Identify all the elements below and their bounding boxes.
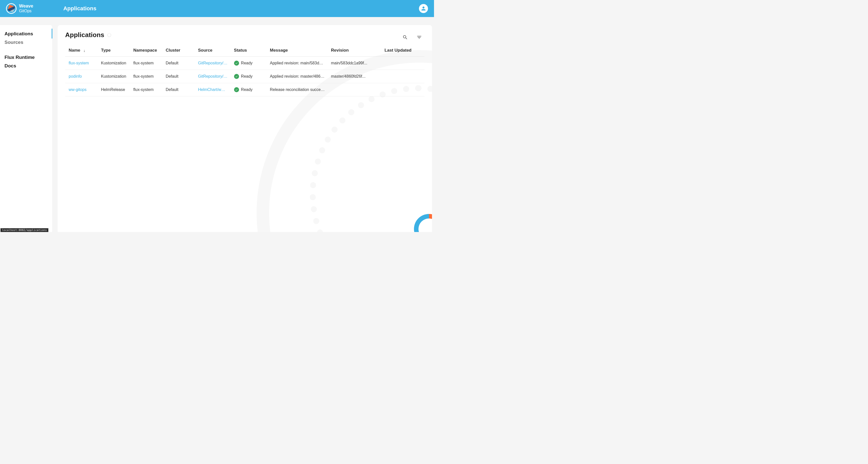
table-row[interactable]: ww-gitops HelmRelease flux-system Defaul… <box>65 83 425 96</box>
status-text: Ready <box>241 61 253 65</box>
status-text: Ready <box>241 87 253 92</box>
main-title-row: Applications <box>65 31 425 39</box>
col-header-label: Revision <box>331 48 349 53</box>
cell-last-updated <box>371 83 425 96</box>
sidebar-item-applications[interactable]: Applications <box>0 30 52 38</box>
cell-cluster: Default <box>162 83 194 96</box>
col-header-label: Name <box>69 48 80 53</box>
status-ready-icon <box>234 87 239 92</box>
cell-type: Kustomization <box>97 70 130 83</box>
table-row[interactable]: podinfo Kustomization flux-system Defaul… <box>65 70 425 83</box>
cell-source[interactable]: GitRepository/flu... <box>194 57 230 70</box>
cell-name[interactable]: ww-gitops <box>65 83 97 96</box>
search-icon <box>402 35 408 40</box>
col-header-label: Last Updated <box>385 48 412 53</box>
cell-message: Applied revision: master/4860f... <box>266 70 328 83</box>
cell-source[interactable]: GitRepository/p... <box>194 70 230 83</box>
main-content: Applications Name ↓ Type Namespace Clust… <box>58 25 432 232</box>
user-avatar-button[interactable] <box>419 4 428 13</box>
brand-logo-text: Weave GitOps <box>19 4 33 13</box>
check-icon <box>235 62 238 65</box>
sidebar-item-label: Docs <box>4 63 16 68</box>
user-icon <box>421 5 427 11</box>
filter-icon <box>416 35 422 40</box>
sidebar-item-sources[interactable]: Sources <box>0 38 52 47</box>
sidebar-section-main: Applications Sources Flux Runtime Docs <box>0 25 52 70</box>
sidebar-item-docs[interactable]: Docs <box>0 62 52 70</box>
browser-statusbar: localhost:8082/applications <box>0 228 49 232</box>
col-header-source[interactable]: Source <box>194 44 230 57</box>
col-header-last-updated[interactable]: Last Updated <box>371 44 425 57</box>
search-button[interactable] <box>402 35 408 41</box>
cell-name[interactable]: podinfo <box>65 70 97 83</box>
page-title: Applications <box>65 31 104 39</box>
sidebar-item-label: Flux Runtime <box>4 55 35 60</box>
table-toolbar <box>402 35 422 41</box>
cell-status: Ready <box>230 83 266 96</box>
sidebar: Applications Sources Flux Runtime Docs <box>0 25 52 232</box>
applications-table: Name ↓ Type Namespace Cluster Source Sta… <box>65 44 425 96</box>
cell-last-updated <box>371 70 425 83</box>
cell-source[interactable]: HelmChart/ww-... <box>194 83 230 96</box>
brand-name-line2: GitOps <box>19 9 33 13</box>
check-icon <box>235 75 238 78</box>
status-ready-icon <box>234 61 239 66</box>
brand-name-line1: Weave <box>19 4 33 9</box>
col-header-name[interactable]: Name ↓ <box>65 44 97 57</box>
cell-cluster: Default <box>162 57 194 70</box>
col-header-label: Namespace <box>133 48 157 53</box>
filter-button[interactable] <box>416 35 422 41</box>
table-body: flux-system Kustomization flux-system De… <box>65 57 425 96</box>
loading-spinner-icon <box>107 33 111 37</box>
col-header-label: Message <box>270 48 288 53</box>
cell-revision <box>328 83 371 96</box>
col-header-cluster[interactable]: Cluster <box>162 44 194 57</box>
sidebar-item-flux-runtime[interactable]: Flux Runtime <box>0 53 52 62</box>
cell-message: Release reconciliation succeed... <box>266 83 328 96</box>
col-header-revision[interactable]: Revision <box>328 44 371 57</box>
cell-namespace: flux-system <box>130 83 162 96</box>
cell-type: Kustomization <box>97 57 130 70</box>
app-header: Weave GitOps Applications <box>0 0 434 17</box>
check-icon <box>235 88 238 91</box>
page-title-header: Applications <box>63 5 96 12</box>
cell-revision: master/4860fd26f... <box>328 70 371 83</box>
sidebar-item-label: Sources <box>4 39 23 45</box>
cell-revision: main/583ddc1a99f... <box>328 57 371 70</box>
cell-type: HelmRelease <box>97 83 130 96</box>
header-left: Weave GitOps Applications <box>6 3 96 14</box>
decorative-gauge-icon <box>414 214 432 232</box>
cell-last-updated <box>371 57 425 70</box>
col-header-namespace[interactable]: Namespace <box>130 44 162 57</box>
col-header-label: Cluster <box>166 48 180 53</box>
sort-descending-icon: ↓ <box>84 48 86 53</box>
col-header-label: Type <box>101 48 111 53</box>
cell-namespace: flux-system <box>130 57 162 70</box>
cell-namespace: flux-system <box>130 70 162 83</box>
brand-logo[interactable]: Weave GitOps <box>6 3 33 14</box>
col-header-label: Status <box>234 48 247 53</box>
col-header-type[interactable]: Type <box>97 44 130 57</box>
table-header-row: Name ↓ Type Namespace Cluster Source Sta… <box>65 44 425 57</box>
col-header-status[interactable]: Status <box>230 44 266 57</box>
table-head: Name ↓ Type Namespace Cluster Source Sta… <box>65 44 425 57</box>
cell-name[interactable]: flux-system <box>65 57 97 70</box>
status-text: Ready <box>241 74 253 79</box>
cell-status: Ready <box>230 70 266 83</box>
col-header-message[interactable]: Message <box>266 44 328 57</box>
table-row[interactable]: flux-system Kustomization flux-system De… <box>65 57 425 70</box>
col-header-label: Source <box>198 48 213 53</box>
status-ready-icon <box>234 74 239 79</box>
sidebar-item-label: Applications <box>4 31 33 36</box>
cell-status: Ready <box>230 57 266 70</box>
cell-message: Applied revision: main/583ddc1... <box>266 57 328 70</box>
sidebar-divider <box>0 47 52 53</box>
cell-cluster: Default <box>162 70 194 83</box>
brand-logo-mark-icon <box>6 3 17 14</box>
